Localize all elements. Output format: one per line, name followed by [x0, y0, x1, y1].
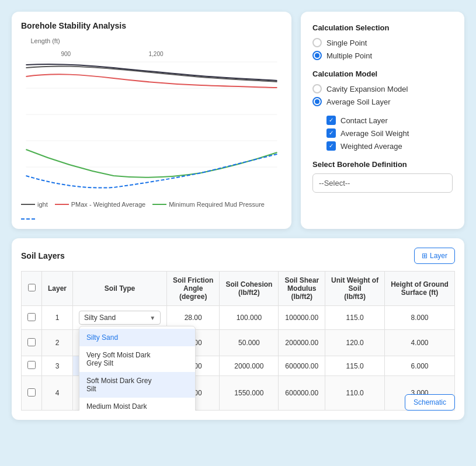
- radio-multiple-label: Multiple Point: [326, 51, 372, 60]
- calc-selection-group: Single Point Multiple Point: [312, 38, 453, 60]
- section-header: Soil Layers ⊞ Layer: [21, 248, 455, 264]
- table-row: 1 Silty Sand ▼ Silty Sand Very Soft Mois…: [22, 306, 456, 330]
- row3-height: 6.000: [385, 356, 455, 376]
- radio-avg-soil-circle[interactable]: [312, 97, 322, 106]
- radio-avg-soil-label: Average Soil Layer: [326, 98, 391, 106]
- row4-shear: 600000.00: [279, 376, 325, 411]
- soil-layers-section: Soil Layers ⊞ Layer Layer Soil Type Soil…: [12, 238, 464, 420]
- legend-item-mud-pressure: Minimum Required Mud Pressure: [152, 201, 265, 208]
- popup-item-medium[interactable]: Medium Moist DarkGrey Silt w/ few ShellF…: [79, 398, 195, 411]
- row3-checkbox-cell: [22, 356, 42, 376]
- row3-hei: [454, 356, 455, 376]
- radio-single-point[interactable]: Single Point: [312, 38, 453, 47]
- row3-unit-weight: 115.0: [325, 356, 385, 376]
- soil-layers-table: Layer Soil Type Soil FrictionAngle(degre…: [21, 271, 455, 411]
- row3-shear: 600000.00: [279, 356, 325, 376]
- table-header-row: Layer Soil Type Soil FrictionAngle(degre…: [22, 272, 456, 306]
- radio-cavity-label: Cavity Expansion Model: [326, 85, 408, 93]
- checkbox-weighted-label: Weighted Average: [341, 142, 402, 151]
- row3-layer: 3: [42, 356, 73, 376]
- chart-legend: ight PMax - Weighted Average Minimum Req…: [21, 201, 282, 220]
- table-wrapper: Layer Soil Type Soil FrictionAngle(degre…: [21, 271, 455, 411]
- row1-cohesion: 100.000: [220, 306, 279, 330]
- borehole-select[interactable]: --Select--: [312, 173, 453, 193]
- section-title: Soil Layers: [21, 251, 65, 260]
- layer-button[interactable]: ⊞ Layer: [414, 248, 455, 264]
- popup-item-soft[interactable]: Soft Moist Dark GreySilt: [79, 372, 195, 398]
- col-friction: Soil FrictionAngle(degree): [167, 272, 220, 306]
- col-hei: HeiTab: [454, 272, 455, 306]
- col-unit-weight: Unit Weight ofSoil(lb/ft3): [325, 272, 385, 306]
- row4-checkbox-cell: [22, 376, 42, 411]
- row1-soil-type-cell: Silty Sand ▼ Silty Sand Very Soft Moist …: [73, 306, 167, 330]
- sub-checkboxes: Contact Layer Average Soil Weight Weight…: [326, 116, 453, 151]
- legend-item-weight: ight: [21, 201, 48, 208]
- checkbox-avg-weight-box[interactable]: [326, 128, 336, 138]
- row1-height: 8.000: [385, 306, 455, 330]
- col-checkbox: [22, 272, 42, 306]
- row1-unit-weight: 115.0: [325, 306, 385, 330]
- dropdown-arrow-icon: ▼: [150, 315, 155, 321]
- row1-layer: 1: [42, 306, 73, 330]
- checkbox-contact-layer[interactable]: Contact Layer: [326, 116, 453, 125]
- legend-item-pmax: PMax - Weighted Average: [55, 201, 145, 208]
- row2-checkbox-cell: [22, 330, 42, 356]
- calc-model-group: Cavity Expansion Model Average Soil Laye…: [312, 84, 453, 106]
- row1-checkbox-cell: [22, 306, 42, 330]
- radio-single-circle[interactable]: [312, 38, 322, 47]
- row1-hei: [454, 306, 455, 330]
- select-all-checkbox[interactable]: [28, 284, 36, 291]
- checkbox-contact-label: Contact Layer: [341, 116, 388, 125]
- svg-text:1,200: 1,200: [149, 51, 164, 57]
- checkbox-avg-weight-label: Average Soil Weight: [341, 129, 409, 138]
- radio-avg-soil[interactable]: Average Soil Layer: [312, 97, 453, 106]
- row1-dropdown-popup: Silty Sand Very Soft Moist DarkGrey Silt…: [79, 326, 196, 411]
- row1-soil-value: Silty Sand: [84, 314, 116, 322]
- row2-height: 4.000: [385, 330, 455, 356]
- borehole-label: Select Borehole Definition: [312, 160, 453, 169]
- checkbox-weighted-box[interactable]: [326, 141, 336, 151]
- popup-item-silty-sand[interactable]: Silty Sand: [79, 329, 195, 346]
- row2-layer: 2: [42, 330, 73, 356]
- radio-cavity-circle[interactable]: [312, 84, 322, 93]
- svg-text:900: 900: [61, 51, 71, 57]
- chart-title: Borehole Stability Analysis: [21, 21, 282, 30]
- row1-soil-wrapper: Silty Sand ▼ Silty Sand Very Soft Moist …: [79, 311, 161, 325]
- row1-soil-dropdown[interactable]: Silty Sand ▼: [79, 311, 161, 325]
- row2-shear: 200000.00: [279, 330, 325, 356]
- checkbox-contact-box[interactable]: [326, 116, 336, 125]
- radio-multiple-circle[interactable]: [312, 51, 322, 60]
- radio-single-label: Single Point: [326, 39, 367, 47]
- chart-card: Borehole Stability Analysis Length (ft) …: [12, 12, 291, 229]
- settings-card: Calculation Selection Single Point Multi…: [301, 12, 464, 229]
- checkbox-avg-soil-weight[interactable]: Average Soil Weight: [326, 128, 453, 138]
- row1-shear: 100000.00: [279, 306, 325, 330]
- row2-unit-weight: 120.0: [325, 330, 385, 356]
- row4-checkbox[interactable]: [27, 388, 36, 397]
- col-cohesion: Soil Cohesion(lb/ft2): [220, 272, 279, 306]
- row4-unit-weight: 110.0: [325, 376, 385, 411]
- row4-layer: 4: [42, 376, 73, 411]
- row4-cohesion: 1550.000: [220, 376, 279, 411]
- row3-checkbox[interactable]: [27, 361, 36, 369]
- chart-area: Length (ft) 900 1,200: [21, 33, 282, 196]
- checkbox-weighted-avg[interactable]: Weighted Average: [326, 141, 453, 151]
- schematic-button[interactable]: Schematic: [405, 394, 455, 411]
- col-height: Height of GroundSurface (ft): [385, 272, 455, 306]
- y-axis-label: Length (ft): [31, 37, 60, 44]
- popup-item-very-soft[interactable]: Very Soft Moist DarkGrey Silt: [79, 346, 195, 372]
- calc-selection-title: Calculation Selection: [312, 23, 453, 32]
- row3-cohesion: 2000.000: [220, 356, 279, 376]
- row2-checkbox[interactable]: [27, 338, 36, 346]
- col-layer: Layer: [42, 272, 73, 306]
- radio-cavity[interactable]: Cavity Expansion Model: [312, 84, 453, 93]
- col-soil-type: Soil Type: [73, 272, 167, 306]
- row2-hei: [454, 330, 455, 356]
- legend-item-blue: [21, 215, 37, 220]
- borehole-chart: Length (ft) 900 1,200: [21, 33, 282, 196]
- row1-checkbox[interactable]: [27, 313, 36, 321]
- radio-multiple-point[interactable]: Multiple Point: [312, 51, 453, 60]
- calc-model-title: Calculation Model: [312, 69, 453, 78]
- row2-cohesion: 50.000: [220, 330, 279, 356]
- layers-icon: ⊞: [422, 252, 428, 260]
